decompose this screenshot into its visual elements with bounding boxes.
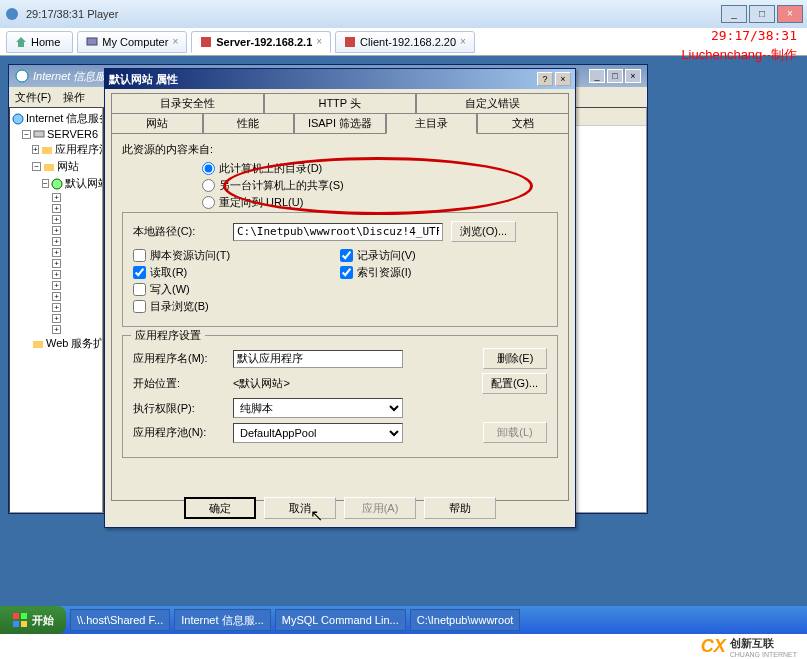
local-path-input[interactable]	[233, 223, 443, 241]
expand-icon[interactable]: +	[52, 204, 61, 213]
ok-button[interactable]: 确定	[184, 497, 256, 519]
browse-button[interactable]: 浏览(O)...	[451, 221, 516, 242]
windows-logo-icon	[12, 612, 28, 628]
expand-icon[interactable]: +	[52, 292, 61, 301]
chk-read[interactable]	[133, 266, 146, 279]
home-icon	[15, 36, 27, 48]
exec-permissions-select[interactable]: 纯脚本	[233, 398, 403, 418]
tab-home[interactable]: Home	[6, 31, 73, 53]
dialog-titlebar[interactable]: 默认网站 属性 ? ×	[105, 69, 575, 89]
dialog-title: 默认网站 属性	[109, 72, 535, 87]
iis-max-button[interactable]: □	[607, 69, 623, 83]
logo-icon: CX	[701, 636, 726, 657]
chk-script-access[interactable]	[133, 249, 146, 262]
cancel-button[interactable]: 取消	[264, 497, 336, 519]
expand-icon[interactable]: +	[52, 237, 61, 246]
svg-point-0	[6, 8, 18, 20]
player-maximize-button[interactable]: □	[749, 5, 775, 23]
delete-button[interactable]: 删除(E)	[483, 348, 547, 369]
app-name-input[interactable]	[233, 350, 403, 368]
tab-server[interactable]: Server-192.168.2.1 ×	[191, 31, 331, 53]
tab-http-headers[interactable]: HTTP 头	[264, 93, 417, 113]
apply-button: 应用(A)	[344, 497, 416, 519]
brand-sub: CHUANG INTERNET	[730, 651, 797, 658]
iis-close-button[interactable]: ×	[625, 69, 641, 83]
svg-rect-4	[345, 37, 355, 47]
chk-script-label: 脚本资源访问(T)	[150, 248, 230, 263]
expand-icon[interactable]: +	[52, 314, 61, 323]
pc-icon	[86, 36, 98, 48]
iis-min-button[interactable]: _	[589, 69, 605, 83]
chk-index[interactable]	[340, 266, 353, 279]
menu-file[interactable]: 文件(F)	[15, 90, 51, 105]
chk-write[interactable]	[133, 283, 146, 296]
taskbar-item[interactable]: MySQL Command Lin...	[275, 609, 406, 631]
expand-icon[interactable]: +	[52, 226, 61, 235]
tab-performance[interactable]: 性能	[203, 113, 295, 133]
taskbar-item[interactable]: C:\Inetpub\wwwroot	[410, 609, 521, 631]
collapse-icon[interactable]: −	[42, 179, 49, 188]
svg-rect-13	[21, 613, 27, 619]
tab-mycomputer[interactable]: My Computer ×	[77, 31, 187, 53]
server-icon	[33, 128, 45, 140]
tree-root[interactable]: Internet 信息服务	[26, 111, 103, 126]
dialog-close-button[interactable]: ×	[555, 72, 571, 86]
tab-documents[interactable]: 文档	[477, 113, 569, 133]
expand-icon[interactable]: +	[52, 270, 61, 279]
tab-close-icon[interactable]: ×	[316, 36, 322, 47]
radio-redirect[interactable]	[202, 196, 215, 209]
player-minimize-button[interactable]: _	[721, 5, 747, 23]
start-button[interactable]: 开始	[0, 606, 66, 634]
menu-action[interactable]: 操作	[63, 90, 85, 105]
svg-rect-14	[13, 621, 19, 627]
collapse-icon[interactable]: −	[32, 162, 41, 171]
tab-close-icon[interactable]: ×	[172, 36, 178, 47]
tree-server[interactable]: SERVER6	[47, 128, 98, 140]
radio-local-label: 此计算机上的目录(D)	[219, 161, 322, 176]
taskbar-item[interactable]: Internet 信息服...	[174, 609, 271, 631]
expand-icon[interactable]: +	[52, 193, 61, 202]
dialog-tabs: 目录安全性 HTTP 头 自定义错误 网站 性能 ISAPI 筛选器 主目录 文…	[105, 89, 575, 133]
tab-dir-security[interactable]: 目录安全性	[111, 93, 264, 113]
expand-icon[interactable]: +	[52, 281, 61, 290]
tree-sites[interactable]: 网站	[57, 159, 79, 174]
expand-icon[interactable]: +	[52, 325, 61, 334]
dialog-help-button[interactable]: ?	[537, 72, 553, 86]
svg-point-5	[16, 70, 28, 82]
expand-icon[interactable]: +	[52, 215, 61, 224]
chk-log-visits[interactable]	[340, 249, 353, 262]
site-icon	[51, 178, 63, 190]
radio-local-dir[interactable]	[202, 162, 215, 175]
unload-button: 卸载(L)	[483, 422, 547, 443]
player-close-button[interactable]: ×	[777, 5, 803, 23]
chk-dir-browse[interactable]	[133, 300, 146, 313]
tab-close-icon[interactable]: ×	[460, 36, 466, 47]
tab-isapi[interactable]: ISAPI 筛选器	[294, 113, 386, 133]
taskbar-item[interactable]: \\.host\Shared F...	[70, 609, 170, 631]
tab-home-directory[interactable]: 主目录	[386, 113, 478, 134]
radio-share[interactable]	[202, 179, 215, 192]
svg-rect-7	[34, 131, 44, 137]
tab-label: My Computer	[102, 36, 168, 48]
expand-icon[interactable]: +	[52, 303, 61, 312]
tab-custom-errors[interactable]: 自定义错误	[416, 93, 569, 113]
app-pool-select[interactable]: DefaultAppPool	[233, 423, 403, 443]
iis-tree[interactable]: Internet 信息服务 −SERVER6 +应用程序池 −网站 −默认网站 …	[9, 107, 103, 513]
svg-marker-1	[16, 37, 26, 47]
tree-web[interactable]: Web 服务扩展	[46, 336, 103, 351]
config-button[interactable]: 配置(G)...	[482, 373, 547, 394]
help-button[interactable]: 帮助	[424, 497, 496, 519]
expand-icon[interactable]: +	[52, 259, 61, 268]
svg-rect-11	[33, 341, 43, 348]
expand-icon[interactable]: +	[32, 145, 39, 154]
app-name-label: 应用程序名(M):	[133, 351, 233, 366]
expand-icon[interactable]: +	[52, 248, 61, 257]
collapse-icon[interactable]: −	[22, 130, 31, 139]
tab-website[interactable]: 网站	[111, 113, 203, 133]
tree-apppool[interactable]: 应用程序池	[55, 142, 103, 157]
svg-point-10	[52, 179, 62, 189]
tab-client[interactable]: Client-192.168.2.20 ×	[335, 31, 475, 53]
player-titlebar: 29:17/38:31 Player _ □ ×	[0, 0, 807, 28]
tree-default-site[interactable]: 默认网站	[65, 176, 103, 191]
source-label: 此资源的内容来自:	[122, 142, 558, 157]
